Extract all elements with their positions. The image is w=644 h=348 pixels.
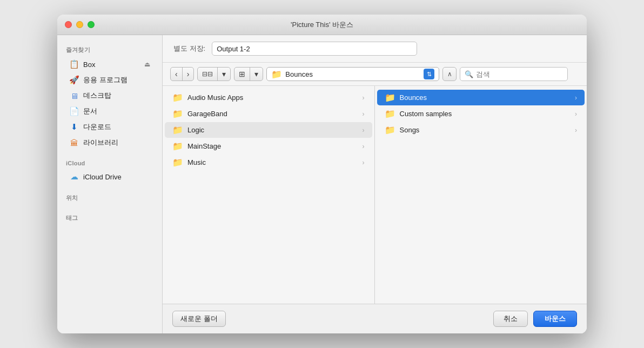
sidebar-item-library-label: 라이브러리 (83, 138, 150, 148)
location-arrows-icon: ⇅ (427, 71, 432, 78)
sidebar-locations-label: 위치 (57, 190, 162, 204)
sidebar-item-downloads[interactable]: ⬇ 다운로드 (61, 119, 159, 135)
sidebar-item-downloads-label: 다운로드 (83, 122, 150, 132)
sidebar-item-icloud-label: iCloud Drive (83, 173, 150, 181)
sidebar-tags-label: 태그 (57, 210, 162, 224)
file-name: Music (187, 158, 358, 166)
file-name: GarageBand (187, 110, 358, 118)
right-panel: 별도 저장: Output 1-2 ‹ › ⊟⊟ (163, 35, 587, 333)
main-content: 즐겨찾기 📋 Box ⏏ 🚀 응용 프로그램 🖥 데스크탑 📄 문서 ⬇ 다운로… (57, 35, 587, 333)
save-location-bar: 별도 저장: Output 1-2 (163, 35, 587, 63)
chevron-right-icon: › (363, 126, 365, 134)
view-columns-button[interactable]: ⊟⊟ (198, 68, 218, 81)
sidebar-item-desktop-label: 데스크탑 (83, 91, 150, 101)
sidebar-item-box[interactable]: 📋 Box ⏏ (61, 57, 159, 72)
chevron-down-icon: ▾ (222, 70, 226, 78)
list-item[interactable]: 📁 MainStage › (165, 138, 372, 154)
sidebar-item-documents-label: 문서 (83, 106, 150, 116)
maximize-button[interactable] (88, 21, 95, 28)
toolbar: ‹ › ⊟⊟ ▾ ⊞ (163, 63, 587, 86)
list-item[interactable]: 📁 Custom samples › (377, 106, 585, 122)
window-title: 'Picture This' 바운스 (291, 20, 353, 30)
list-dropdown-icon: ▾ (254, 70, 258, 78)
columns-icon: ⊟⊟ (202, 70, 213, 78)
location-dropdown-button[interactable]: ⇅ (424, 69, 434, 79)
back-button[interactable]: ‹ (171, 68, 183, 81)
sidebar-item-icloud-drive[interactable]: ☁ iCloud Drive (61, 169, 159, 184)
chevron-right-icon: › (575, 126, 577, 134)
documents-icon: 📄 (69, 106, 79, 116)
list-item[interactable]: 📁 Bounces › (377, 90, 585, 105)
folder-icon: 📁 (385, 92, 395, 103)
chevron-right-icon: › (575, 110, 577, 118)
file-name: Custom samples (400, 110, 571, 118)
view-list-toggle: ⊞ ▾ (234, 67, 263, 81)
folder-icon: 📁 (172, 92, 183, 103)
new-folder-button[interactable]: 새로운 폴더 (172, 311, 226, 327)
left-file-column: 📁 Audio Music Apps › 📁 GarageBand › 📁 Lo… (163, 86, 375, 304)
sidebar-favorites-label: 즐겨찾기 (57, 42, 162, 56)
forward-button[interactable]: › (183, 68, 194, 81)
list-icon: ⊞ (239, 70, 245, 78)
box-icon: 📋 (69, 59, 79, 69)
folder-icon: 📁 (172, 157, 183, 168)
confirm-button[interactable]: 바운스 (533, 311, 577, 327)
list-item[interactable]: 📁 GarageBand › (165, 106, 372, 122)
sidebar-item-desktop[interactable]: 🖥 데스크탑 (61, 88, 159, 103)
search-icon: 🔍 (465, 70, 473, 78)
sidebar-item-box-badge: ⏏ (144, 61, 150, 68)
view-list-dropdown[interactable]: ▾ (250, 68, 263, 81)
view-toggle: ⊟⊟ ▾ (197, 67, 231, 81)
close-button[interactable] (65, 21, 72, 28)
file-name: MainStage (187, 142, 358, 150)
folder-icon: 📁 (385, 109, 395, 119)
folder-icon: 📁 (172, 141, 183, 151)
file-browser: 📁 Audio Music Apps › 📁 GarageBand › 📁 Lo… (163, 86, 587, 304)
chevron-right-icon: › (363, 159, 365, 166)
right-file-column: 📁 Bounces › 📁 Custom samples › 📁 Songs › (375, 86, 587, 304)
folder-icon: 📁 (172, 125, 183, 135)
nav-buttons: ‹ › (170, 67, 194, 81)
sidebar-item-applications[interactable]: 🚀 응용 프로그램 (61, 72, 159, 88)
folder-icon: 📁 (385, 125, 395, 135)
list-item[interactable]: 📁 Logic › (165, 122, 372, 138)
sidebar-item-box-label: Box (83, 61, 140, 69)
desktop-icon: 🖥 (69, 91, 79, 101)
file-name: Songs (400, 126, 571, 134)
forward-icon: › (187, 70, 190, 78)
sidebar-item-library[interactable]: 🏛 라이브러리 (61, 135, 159, 150)
bottom-right-buttons: 취소 바운스 (493, 311, 577, 327)
chevron-right-icon: › (363, 110, 365, 118)
list-item[interactable]: 📁 Songs › (377, 122, 585, 138)
location-folder-icon: 📁 (271, 69, 282, 79)
save-location-label: 별도 저장: (173, 44, 205, 53)
location-pill[interactable]: 📁 Bounces ⇅ (266, 67, 439, 81)
list-item[interactable]: 📁 Audio Music Apps › (165, 90, 372, 105)
expand-button[interactable]: ∧ (442, 67, 457, 81)
dialog-window: 'Picture This' 바운스 즐겨찾기 📋 Box ⏏ 🚀 응용 프로그… (57, 15, 587, 333)
folder-icon: 📁 (172, 109, 183, 119)
downloads-icon: ⬇ (69, 122, 79, 132)
library-icon: 🏛 (69, 138, 79, 148)
sidebar-icloud-label: iCloud (57, 156, 162, 169)
sidebar: 즐겨찾기 📋 Box ⏏ 🚀 응용 프로그램 🖥 데스크탑 📄 문서 ⬇ 다운로… (57, 35, 163, 333)
file-name: Bounces (400, 93, 571, 102)
chevron-right-icon: › (363, 143, 365, 150)
view-dropdown-button[interactable]: ▾ (218, 68, 230, 81)
minimize-button[interactable] (76, 21, 83, 28)
file-name: Logic (187, 126, 358, 134)
chevron-right-icon: › (363, 94, 365, 102)
list-item[interactable]: 📁 Music › (165, 155, 372, 170)
expand-icon: ∧ (447, 70, 452, 78)
search-input[interactable] (476, 70, 563, 78)
traffic-lights (65, 21, 95, 28)
save-location-input[interactable]: Output 1-2 (212, 42, 417, 56)
search-box[interactable]: 🔍 (460, 67, 568, 81)
sidebar-item-applications-label: 응용 프로그램 (83, 75, 150, 85)
cancel-button[interactable]: 취소 (493, 311, 528, 327)
applications-icon: 🚀 (69, 75, 79, 85)
view-list-button[interactable]: ⊞ (234, 68, 250, 81)
sidebar-item-documents[interactable]: 📄 문서 (61, 104, 159, 119)
icloud-icon: ☁ (69, 172, 79, 182)
chevron-right-icon: › (575, 94, 577, 102)
